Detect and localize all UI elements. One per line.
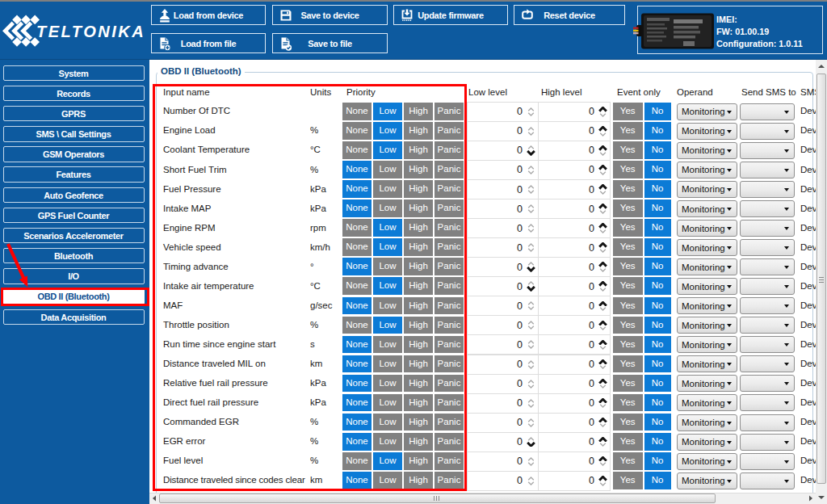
svg-text:TELTONIKA: TELTONIKA xyxy=(36,23,145,40)
